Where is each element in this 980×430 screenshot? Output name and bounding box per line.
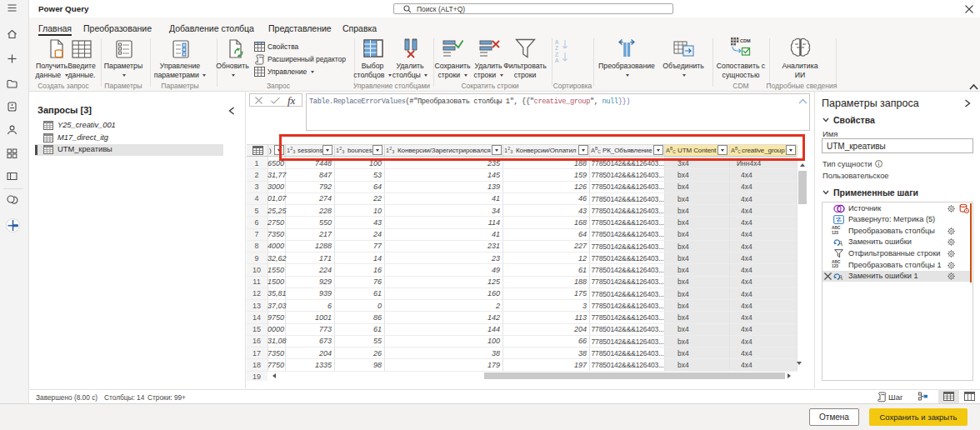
svg-text:A: A [555,39,559,45]
svg-text:Z: Z [555,52,558,58]
svg-text:A: A [838,273,843,282]
svg-text:A: A [838,239,843,248]
svg-text:CDM: CDM [740,38,751,43]
svg-text:Z: Z [555,45,558,50]
svg-text:A: A [555,58,559,62]
